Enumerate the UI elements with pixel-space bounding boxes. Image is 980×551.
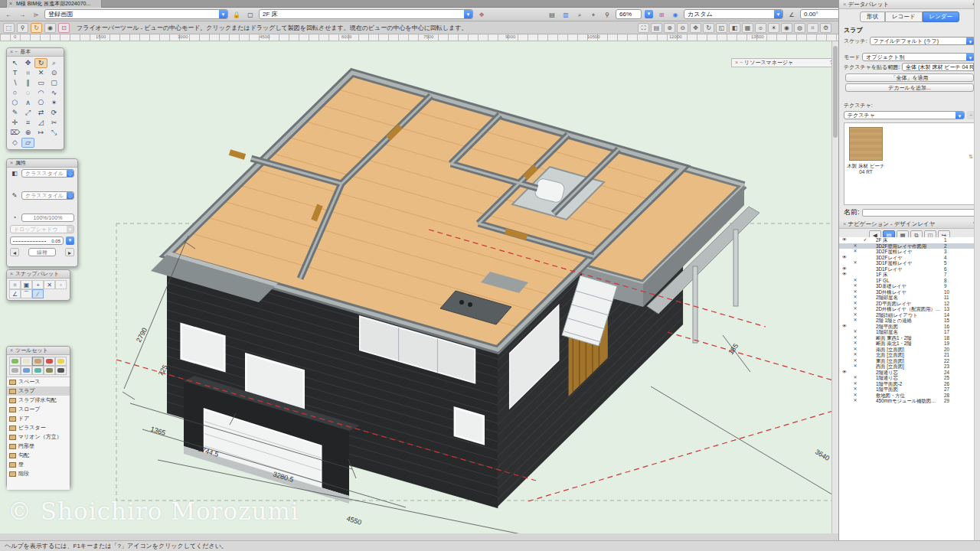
tool-spiral-icon[interactable]: ✶ (47, 98, 60, 108)
hidden-x-icon[interactable]: ✕ (850, 393, 861, 399)
layer-row[interactable]: ✕3D1F屋根レイヤ5 (839, 260, 975, 266)
linetype-button[interactable]: 線種 (28, 248, 56, 256)
top-view-icon[interactable]: ▦ (742, 23, 753, 33)
iso-view-icon[interactable]: ◧ (729, 23, 740, 33)
tool-arc-icon[interactable]: ◠ (34, 88, 47, 98)
intersection-snap-button[interactable]: ✕ (44, 280, 55, 289)
eye-icon[interactable]: 👁 (839, 324, 850, 330)
zoom-page-icon[interactable]: ⌖ (588, 10, 599, 19)
tool-pan-icon[interactable]: ✥ (21, 58, 34, 68)
zoom-object-icon[interactable]: ⌕ (574, 10, 585, 19)
layer-row[interactable]: ✕1階平面図27 (839, 386, 975, 393)
pen-style-dropdown[interactable]: クラススタイル◇ (21, 191, 74, 200)
tool-line-icon[interactable]: ∖ (8, 78, 21, 88)
fit-page-icon[interactable]: ▤ (651, 23, 662, 33)
snap-palette-header[interactable]: ×スナップパレット (7, 270, 70, 279)
document-tab[interactable]: × M様 BIM化 推進本部2024070... (6, 0, 102, 8)
name-input[interactable] (862, 209, 975, 217)
object-snap-button[interactable]: ▣ (21, 280, 32, 289)
layer-row[interactable]: 👁✓2F 床1 (839, 237, 975, 243)
layer-row[interactable]: ✕断面 南北1・2階19 (839, 341, 975, 347)
tool-polyline-icon[interactable]: ∧ (21, 98, 34, 108)
tool-move-icon[interactable]: ✛ (8, 118, 21, 128)
data-palette-header[interactable]: × データパレット ≡ (839, 0, 980, 9)
zoom-in-icon[interactable]: ⊕ (664, 23, 675, 33)
eye-icon[interactable]: 👁 (839, 237, 850, 243)
attributes-palette-header[interactable]: ×属性 (7, 159, 77, 168)
zoom-level-field[interactable]: 66% (616, 9, 642, 19)
back-arrow-icon[interactable]: ← (3, 10, 14, 19)
tool-eyedropper-icon[interactable]: ✎ (8, 108, 21, 118)
saved-view-icon[interactable]: ⌲ (31, 10, 41, 19)
toolset-item[interactable]: スペース (7, 377, 70, 386)
toolset-item[interactable]: スラブ (7, 386, 70, 396)
tool-extend-icon[interactable]: ↦ (34, 128, 47, 138)
eye-icon[interactable]: 👁 (839, 255, 850, 261)
layer-row[interactable]: ✕2階部屋名11 (839, 295, 975, 301)
basic-palette-header[interactable]: × −基本 (7, 48, 64, 57)
hidden-x-icon[interactable]: ✕ (850, 278, 861, 284)
blank[interactable] (839, 347, 850, 353)
layer-row[interactable]: ✕1F GL8 (839, 278, 975, 284)
toolset-category-connect[interactable] (55, 366, 67, 375)
blank[interactable] (839, 393, 850, 399)
attr-next-button[interactable]: ▸ (65, 248, 74, 256)
layer-box-icon[interactable]: ▢ (245, 10, 256, 19)
blank[interactable] (839, 386, 850, 393)
hidden-x-icon[interactable]: ✕ (850, 335, 861, 341)
tab-レコード[interactable]: レコード (885, 11, 923, 22)
fit-objects-icon[interactable]: ⛶ (638, 23, 649, 33)
render-mode-icon[interactable]: ◍ (794, 23, 805, 33)
toolset-item[interactable]: ドア (7, 414, 70, 423)
layer-row[interactable]: 👁2階通り芯24 (839, 370, 975, 376)
pan-icon[interactable]: ✥ (690, 23, 701, 33)
layer-row[interactable]: ✕3D2F屋根レイヤ3 (839, 249, 975, 255)
blank[interactable] (839, 352, 850, 358)
pen-icon[interactable]: ✎ (10, 191, 19, 200)
smart-edge-button[interactable]: ⌒ (21, 289, 32, 298)
blank[interactable] (839, 364, 850, 370)
hidden-x-icon[interactable]: ✕ (850, 398, 861, 404)
blank[interactable] (839, 318, 850, 324)
layer-row[interactable]: ✕2D外構レイヤ（配置図用）…13 (839, 306, 975, 312)
texture-browser[interactable]: 木製 床材 ビーチ 04 RT ⇅ (844, 122, 975, 205)
blank[interactable] (839, 358, 850, 364)
layer-row[interactable]: ✕450mmモジュール補助図…29 (839, 398, 975, 404)
navigation-header[interactable]: × ナビゲーション - デザインレイヤ ? (839, 220, 980, 229)
blank[interactable] (839, 289, 850, 295)
tool-mirror-icon[interactable]: ⇄ (34, 108, 47, 118)
layer-row[interactable]: 👁3D1Fレイヤ6 (839, 266, 975, 272)
tool-oval-icon[interactable]: ◌ (21, 88, 34, 98)
tool-reshape-icon[interactable]: ◇ (8, 138, 21, 148)
tool-fillet-icon[interactable]: ◿ (34, 118, 47, 128)
fill-style-dropdown[interactable]: クラススタイル◇ (21, 169, 74, 178)
texture-thumbnail[interactable] (849, 127, 883, 161)
tool-join-icon[interactable]: ⊕ (21, 128, 34, 138)
walkthrough-icon[interactable]: ⚲ (17, 23, 28, 33)
layer-row[interactable]: 👁2階平面図16 (839, 324, 975, 330)
blank[interactable] (850, 324, 861, 330)
tangent-snap-button[interactable]: ∕ (32, 289, 44, 298)
camera-icon[interactable]: ◉ (781, 23, 792, 33)
tool-double-line-icon[interactable]: ∥ (21, 78, 34, 88)
lineweight-dropdown-button[interactable]: ▼ (66, 236, 74, 245)
layer-row[interactable]: ✕2D平面図レイヤ12 (839, 301, 975, 307)
current-view-dropdown[interactable]: カスタム▼ (684, 9, 783, 19)
selection-frame-icon[interactable]: ⬚ (3, 23, 15, 33)
active-layer-dropdown[interactable]: 2F 床▼ (259, 9, 473, 19)
toolset-item[interactable]: ピラスター (7, 423, 70, 432)
panel-scrollbar[interactable] (974, 0, 980, 551)
eye-icon[interactable]: 👁 (839, 272, 850, 278)
toolset-item[interactable]: スラブ排水勾配 (7, 396, 70, 405)
tool-radius-icon[interactable]: ⊙ (47, 68, 60, 78)
tool-polygon-icon[interactable]: ⬡ (8, 98, 21, 108)
tool-rounded-rect-icon[interactable]: ▢ (47, 78, 60, 88)
forward-arrow-icon[interactable]: → (17, 10, 28, 19)
tool-regular-polygon-icon[interactable]: ⎔ (34, 98, 47, 108)
blank[interactable] (839, 381, 850, 387)
toolset-item[interactable]: 勾配 (7, 451, 70, 460)
opacity-icon[interactable]: ◔ (10, 214, 19, 222)
hidden-x-icon[interactable]: ✕ (850, 289, 861, 295)
sketch-dropdown[interactable]: ファイルデフォルト (ラフ)▼ (870, 37, 975, 45)
layer-row[interactable]: ✕敷地図・方位28 (839, 393, 975, 399)
